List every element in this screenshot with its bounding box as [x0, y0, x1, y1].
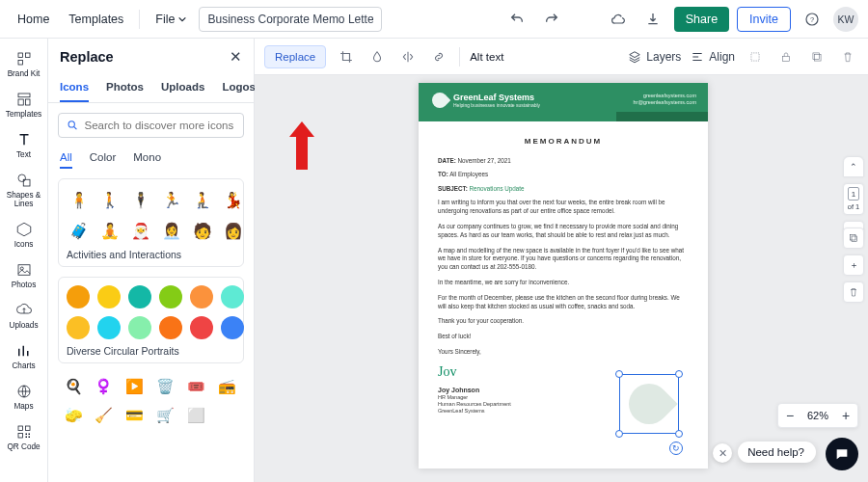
- subtab-mono[interactable]: Mono: [133, 147, 161, 169]
- add-page-button[interactable]: ＋: [843, 254, 864, 276]
- list-item[interactable]: 💳: [123, 404, 147, 427]
- list-item[interactable]: ♀️: [93, 375, 116, 398]
- rail-templates[interactable]: Templates: [0, 85, 48, 124]
- list-item[interactable]: [67, 285, 90, 308]
- list-item[interactable]: [159, 316, 182, 339]
- user-avatar[interactable]: KW: [833, 7, 858, 32]
- list-item[interactable]: 🧳: [67, 218, 92, 243]
- list-item[interactable]: [128, 316, 151, 339]
- list-item[interactable]: [221, 285, 244, 308]
- home-link[interactable]: Home: [10, 7, 57, 32]
- list-item[interactable]: ▶️: [123, 375, 147, 398]
- search-input-wrap[interactable]: [58, 113, 244, 138]
- help-pill[interactable]: ✕ Need help?: [738, 442, 816, 463]
- rail-icons[interactable]: Icons: [0, 215, 48, 254]
- rotate-handle[interactable]: ↻: [669, 442, 683, 455]
- color-button[interactable]: [366, 46, 388, 67]
- list-item[interactable]: [128, 285, 151, 308]
- rail-uploads[interactable]: Uploads: [0, 296, 48, 335]
- alt-text-button[interactable]: Alt text: [470, 51, 503, 63]
- list-item[interactable]: 👩‍💼: [159, 218, 184, 243]
- page-indicator[interactable]: 1 of 1: [843, 183, 864, 215]
- resize-handle[interactable]: [675, 370, 683, 378]
- zoom-in-button[interactable]: +: [834, 403, 857, 428]
- tab-uploads[interactable]: Uploads: [161, 75, 204, 102]
- zoom-value[interactable]: 62%: [801, 410, 834, 421]
- list-item[interactable]: 🧹: [93, 404, 116, 427]
- list-item[interactable]: 👩: [221, 218, 246, 243]
- crop-button[interactable]: [336, 46, 357, 67]
- list-item[interactable]: 🎅: [128, 218, 153, 243]
- lock-button[interactable]: [775, 46, 797, 67]
- undo-button[interactable]: [503, 6, 530, 33]
- invite-button[interactable]: Invite: [737, 7, 791, 32]
- tab-photos[interactable]: Photos: [106, 75, 144, 102]
- tab-logos[interactable]: Logos: [222, 75, 256, 102]
- list-item[interactable]: 🧎: [190, 187, 215, 212]
- selected-element[interactable]: ↻: [619, 374, 679, 434]
- list-item[interactable]: 📻: [215, 375, 238, 398]
- list-item[interactable]: 🧘: [97, 218, 122, 243]
- redo-button[interactable]: [538, 6, 565, 33]
- list-item[interactable]: 🧽: [62, 404, 85, 427]
- sync-icon[interactable]: [605, 6, 632, 33]
- rail-photos[interactable]: Photos: [0, 255, 48, 295]
- zoom-out-button[interactable]: −: [778, 403, 801, 428]
- subtab-all[interactable]: All: [60, 147, 72, 169]
- list-item[interactable]: 🧑: [190, 218, 215, 243]
- templates-link[interactable]: Templates: [61, 7, 131, 32]
- list-item[interactable]: [190, 285, 213, 308]
- icon-group-misc[interactable]: 🍳♀️▶️🗑️🎟️📻🧽🧹💳🛒⬜: [58, 373, 244, 429]
- list-item[interactable]: ⬜: [184, 404, 207, 427]
- align-button[interactable]: Align: [691, 50, 735, 64]
- list-item[interactable]: [97, 316, 121, 339]
- panel-close-button[interactable]: ✕: [227, 48, 244, 66]
- file-menu[interactable]: File: [148, 7, 195, 32]
- chevron-up-icon[interactable]: ⌃: [843, 156, 864, 177]
- design-name-input[interactable]: [199, 7, 382, 32]
- list-item[interactable]: 🚶: [97, 187, 122, 212]
- canvas-stage[interactable]: GreenLeaf Systems Helping businesses inn…: [255, 75, 868, 482]
- help-icon[interactable]: ?: [799, 6, 826, 33]
- resize-handle[interactable]: [675, 430, 683, 438]
- rail-charts[interactable]: Charts: [0, 336, 48, 376]
- list-item[interactable]: 🗑️: [154, 375, 177, 398]
- rail-text[interactable]: Text: [0, 125, 48, 165]
- list-item[interactable]: 🧍: [67, 187, 92, 212]
- document-page[interactable]: GreenLeaf Systems Helping businesses inn…: [419, 83, 708, 469]
- replace-button[interactable]: Replace: [264, 45, 326, 68]
- search-input[interactable]: [85, 120, 235, 131]
- list-item[interactable]: 🏃: [159, 187, 184, 212]
- icon-group-activities[interactable]: 🧍 🚶 🕴️ 🏃 🧎 💃 🧳 🧘 🎅 👩‍💼 🧑 👩 Activities an…: [58, 178, 244, 267]
- list-item[interactable]: 🛒: [154, 404, 177, 427]
- help-close-button[interactable]: ✕: [713, 443, 732, 463]
- list-item[interactable]: [190, 316, 213, 339]
- link-button[interactable]: [428, 46, 449, 67]
- layers-button[interactable]: Layers: [628, 50, 681, 64]
- list-item[interactable]: [221, 316, 244, 339]
- list-item[interactable]: 🎟️: [184, 375, 207, 398]
- resize-handle[interactable]: [615, 370, 623, 378]
- list-item[interactable]: 🕴️: [128, 187, 153, 212]
- rail-brand-kit[interactable]: Brand Kit: [0, 44, 48, 84]
- copy-page-button[interactable]: [843, 228, 864, 249]
- list-item[interactable]: 💃: [221, 187, 246, 212]
- list-item[interactable]: [159, 285, 182, 308]
- download-button[interactable]: [639, 6, 666, 33]
- resize-handle[interactable]: [615, 430, 623, 438]
- tab-icons[interactable]: Icons: [60, 75, 89, 102]
- list-item[interactable]: [97, 285, 121, 308]
- list-item[interactable]: 🍳: [62, 375, 85, 398]
- subtab-color[interactable]: Color: [90, 147, 116, 169]
- share-button[interactable]: Share: [674, 7, 729, 32]
- icon-group-portraits[interactable]: Diverse Circular Portraits: [58, 277, 244, 363]
- flip-button[interactable]: [397, 46, 419, 67]
- duplicate-button[interactable]: [806, 46, 827, 67]
- rail-qr[interactable]: QR Code: [0, 417, 48, 457]
- rail-maps[interactable]: Maps: [0, 377, 48, 416]
- group-button[interactable]: [745, 46, 766, 67]
- delete-page-button[interactable]: [843, 281, 864, 303]
- chat-button[interactable]: [826, 438, 858, 470]
- list-item[interactable]: [67, 316, 90, 339]
- rail-shapes[interactable]: Shapes & Lines: [0, 166, 48, 214]
